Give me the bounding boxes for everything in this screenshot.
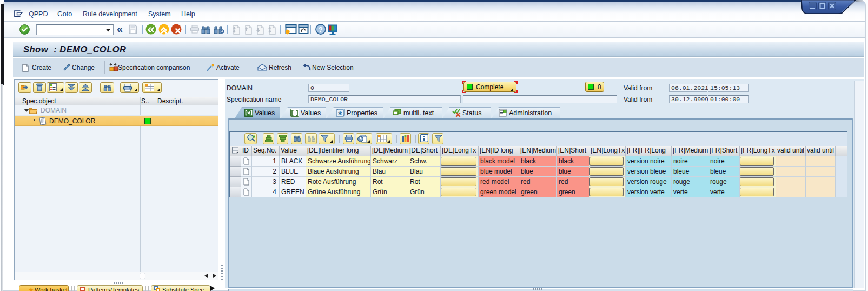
svg-text:?: ? bbox=[319, 26, 323, 34]
svg-text:✱: ✱ bbox=[338, 110, 342, 116]
